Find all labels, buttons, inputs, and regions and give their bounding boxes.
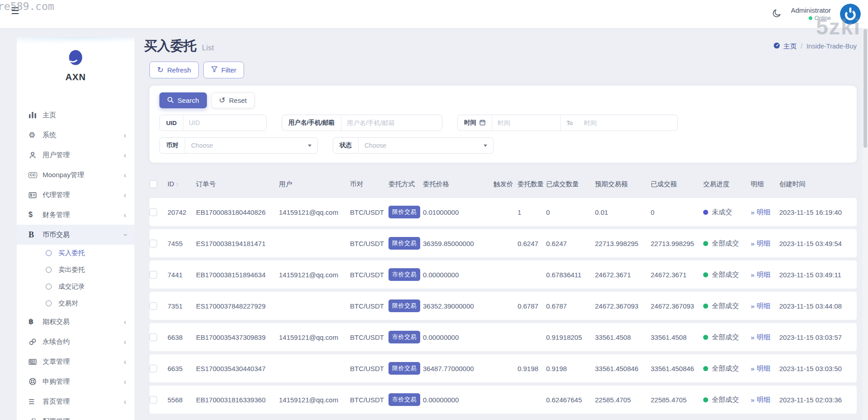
page-scrollbar[interactable] bbox=[863, 28, 868, 420]
double-arrow-icon: » bbox=[751, 271, 754, 279]
status-filter-group: 状态 Choose bbox=[333, 137, 494, 154]
detail-link[interactable]: » 明细 bbox=[751, 302, 770, 310]
user-filter-input[interactable] bbox=[341, 119, 442, 126]
double-arrow-icon: » bbox=[751, 396, 754, 404]
sidebar-item-subscription[interactable]: 申购管理 ‹ bbox=[17, 372, 134, 391]
wrench-icon bbox=[29, 417, 43, 420]
cell-created-time: 2023-11-15 03:44:08 bbox=[779, 302, 858, 310]
time-label: 时间 bbox=[458, 115, 492, 130]
scrollbar-thumb[interactable] bbox=[863, 29, 867, 148]
time-filter-group: 时间 To bbox=[457, 115, 678, 131]
user-name: Administrator bbox=[791, 6, 831, 15]
cell-progress: 全部成交 bbox=[703, 364, 751, 373]
detail-link[interactable]: » 明细 bbox=[751, 364, 770, 373]
cell-turnover: 33561.4508 bbox=[651, 333, 703, 341]
moon-icon bbox=[772, 8, 782, 20]
sidebar-item-moonpay[interactable]: CC Moonpay管理 ‹ bbox=[17, 165, 134, 185]
header-created: 创建时间 bbox=[779, 180, 858, 188]
order-mode-badge: 市价交易 bbox=[388, 331, 420, 343]
sidebar-item-trade-pairs[interactable]: 交易对 bbox=[17, 295, 134, 312]
avatar[interactable] bbox=[840, 4, 861, 24]
sidebar-item-system[interactable]: ⚙ 系统 ‹ bbox=[17, 125, 134, 145]
circle-icon bbox=[46, 267, 52, 273]
row-checkbox[interactable] bbox=[149, 333, 157, 341]
breadcrumb-current: Inside-Trade-Buy bbox=[806, 43, 857, 50]
cell-pair: BTC/USDT bbox=[350, 208, 388, 216]
hamburger-menu-icon[interactable]: ☰ bbox=[11, 6, 19, 15]
cell-created-time: 2023-11-15 03:03:57 bbox=[779, 333, 858, 341]
reset-button[interactable]: ↺ Reset bbox=[211, 92, 254, 108]
cell-pair: BTC/USDT bbox=[350, 302, 388, 310]
chevron-left-icon: ‹ bbox=[124, 151, 126, 159]
sidebar-item-finance[interactable]: $ 财务管理 ‹ bbox=[17, 205, 134, 225]
cell-price: 36487.77000000 bbox=[423, 365, 494, 372]
uid-input[interactable] bbox=[183, 119, 266, 126]
cell-filled-amount: 0.6247 bbox=[546, 240, 595, 247]
cell-amount: 0.6247 bbox=[518, 240, 546, 247]
detail-link[interactable]: » 明细 bbox=[751, 396, 770, 404]
dollar-icon: $ bbox=[29, 211, 43, 218]
table-row: 6635 ES1700035430440347 BTC/USDT 限价交易 36… bbox=[149, 354, 857, 382]
row-checkbox[interactable] bbox=[149, 396, 157, 404]
row-checkbox[interactable] bbox=[149, 365, 157, 372]
header-expected-turnover: 预期交易额 bbox=[595, 180, 651, 188]
order-mode-badge: 市价交易 bbox=[388, 268, 420, 281]
sidebar-item-options-trade[interactable]: ฿ 期权交易 ‹ bbox=[17, 312, 134, 332]
sidebar-menu: 主页 ⚙ 系统 ‹ 用户管理 ‹ CC Moonpay管理 ‹ 代理管理 ‹ $… bbox=[17, 105, 134, 420]
row-checkbox[interactable] bbox=[149, 208, 157, 216]
topbar-right: Administrator Online bbox=[772, 0, 861, 28]
row-checkbox[interactable] bbox=[149, 240, 157, 247]
cell-mode: 限价交易 bbox=[388, 206, 423, 218]
user-menu[interactable]: Administrator Online bbox=[791, 6, 831, 22]
sidebar-item-articles[interactable]: 文章管理 ‹ bbox=[17, 352, 134, 372]
detail-link[interactable]: » 明细 bbox=[751, 208, 770, 217]
cell-turnover: 0 bbox=[651, 208, 703, 216]
cell-order-no: EB1700083180440826 bbox=[196, 208, 279, 216]
cell-expected-turnover: 22713.998295 bbox=[595, 240, 651, 247]
row-checkbox[interactable] bbox=[149, 271, 157, 279]
double-arrow-icon: » bbox=[751, 240, 754, 247]
time-to-input[interactable] bbox=[579, 119, 677, 126]
header-order-no: 订单号 bbox=[196, 180, 279, 188]
sidebar-item-home[interactable]: 主页 bbox=[17, 105, 134, 125]
cell-mode: 市价交易 bbox=[388, 268, 423, 281]
pair-label: 币对 bbox=[160, 138, 185, 153]
header-id[interactable]: ID↑ bbox=[168, 180, 196, 188]
logo[interactable]: AXN bbox=[17, 37, 134, 82]
status-dot-icon bbox=[703, 335, 708, 340]
cell-detail: » 明细 bbox=[751, 270, 779, 279]
sidebar-item-trade-records[interactable]: 成交记录 bbox=[17, 278, 134, 295]
time-from-input[interactable] bbox=[492, 119, 560, 126]
dark-mode-toggle[interactable] bbox=[772, 8, 782, 20]
sidebar-item-spot-trade[interactable]: B 币币交易 ‹ bbox=[17, 225, 134, 245]
cell-id: 20742 bbox=[168, 208, 196, 216]
filter-button[interactable]: Filter bbox=[203, 62, 244, 78]
reset-icon: ↺ bbox=[219, 97, 225, 104]
select-all-checkbox[interactable] bbox=[149, 180, 157, 188]
detail-link[interactable]: » 明细 bbox=[751, 333, 770, 342]
row-check-cell bbox=[149, 270, 168, 279]
sidebar-item-agents[interactable]: 代理管理 ‹ bbox=[17, 185, 134, 205]
row-checkbox[interactable] bbox=[149, 302, 157, 310]
sidebar-item-config[interactable]: 配置管理 ‹ bbox=[17, 411, 134, 420]
sidebar-item-buy-orders[interactable]: 买入委托 bbox=[17, 245, 134, 261]
orders-table: ID↑ 订单号 用户 币对 委托方式 委托价格 触发价 委托数量 已成交数量 预… bbox=[149, 176, 857, 414]
refresh-button[interactable]: ↻ Refresh bbox=[149, 62, 199, 78]
sidebar-item-sell-orders[interactable]: 卖出委托 bbox=[17, 261, 134, 278]
main-content: 买入委托 List 主页 / Inside-Trade-Buy ↻ Refres… bbox=[143, 28, 857, 414]
status-select[interactable]: Choose bbox=[359, 142, 493, 149]
detail-link[interactable]: » 明细 bbox=[751, 239, 770, 248]
detail-link[interactable]: » 明细 bbox=[751, 270, 770, 279]
breadcrumb-home[interactable]: 主页 bbox=[773, 42, 796, 51]
sidebar-item-perpetual[interactable]: 永续合约 ‹ bbox=[17, 332, 134, 352]
pair-select[interactable]: Choose bbox=[185, 142, 317, 149]
newspaper-icon bbox=[29, 358, 43, 366]
bitcoin-icon: ฿ bbox=[29, 318, 43, 325]
cell-created-time: 2023-11-15 02:03:36 bbox=[779, 396, 858, 404]
search-button[interactable]: Search bbox=[159, 92, 207, 108]
sidebar-item-users[interactable]: 用户管理 ‹ bbox=[17, 145, 134, 165]
cell-turnover: 24672.367093 bbox=[651, 302, 703, 310]
calendar-icon bbox=[480, 119, 485, 127]
sidebar-item-homepage[interactable]: ☰ 首页管理 ‹ bbox=[17, 391, 134, 411]
table-row: 7351 ES1700037848227929 BTC/USDT 限价交易 36… bbox=[149, 292, 857, 320]
